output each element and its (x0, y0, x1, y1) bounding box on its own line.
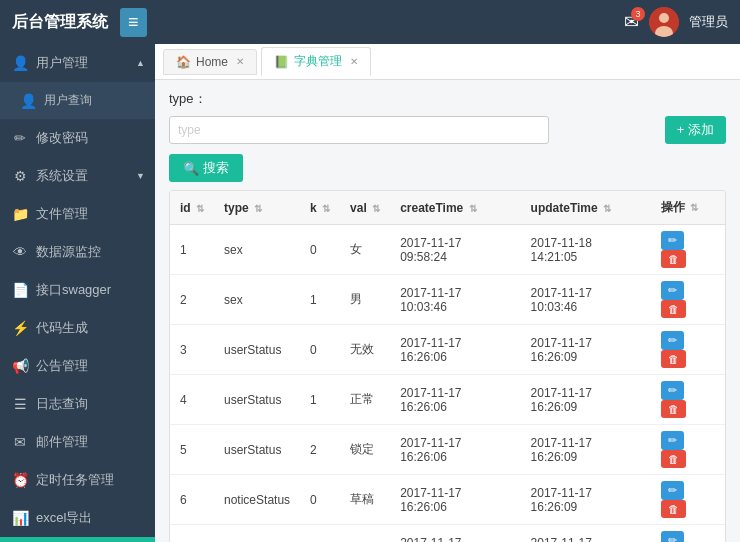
cell-val: 无效 (340, 325, 390, 375)
sidebar-label-user-mgmt: 用户管理 (36, 54, 88, 72)
edit-button[interactable]: ✏ (661, 481, 684, 500)
cell-val: 锁定 (340, 425, 390, 475)
avatar[interactable] (649, 7, 679, 37)
col-action: 操作 ⇅ (651, 191, 725, 225)
sidebar-item-file-mgmt[interactable]: 📁 文件管理 (0, 195, 155, 233)
delete-button[interactable]: 🗑 (661, 300, 686, 318)
add-button[interactable]: + 添加 (665, 116, 726, 144)
sort-id-icon[interactable]: ⇅ (196, 203, 204, 214)
cell-updatetime: 2017-11-18 14:21:05 (521, 225, 652, 275)
table-row: 1 sex 0 女 2017-11-17 09:58:24 2017-11-18… (170, 225, 725, 275)
app-title: 后台管理系统 (12, 12, 108, 33)
edit-button[interactable]: ✏ (661, 231, 684, 250)
sidebar-label-swagger: 接口swagger (36, 281, 111, 299)
sidebar-item-code-gen[interactable]: ⚡ 代码生成 (0, 309, 155, 347)
col-val: val ⇅ (340, 191, 390, 225)
edit-button[interactable]: ✏ (661, 381, 684, 400)
dict-tab-close[interactable]: ✕ (350, 56, 358, 67)
sidebar-item-data-monitor[interactable]: 👁 数据源监控 (0, 233, 155, 271)
tab-dictionary[interactable]: 📗 字典管理 ✕ (261, 47, 371, 76)
delete-button[interactable]: 🗑 (661, 350, 686, 368)
sidebar-sub-user: 👤 用户查询 (0, 82, 155, 119)
edit-button[interactable]: ✏ (661, 531, 684, 542)
mail-icon-container[interactable]: ✉ 3 (624, 11, 639, 33)
col-createtime: createTime ⇅ (390, 191, 520, 225)
delete-button[interactable]: 🗑 (661, 450, 686, 468)
cell-createtime: 2017-11-17 10:03:46 (390, 275, 520, 325)
search-input[interactable] (169, 116, 549, 144)
cell-val: 正常 (340, 375, 390, 425)
swagger-icon: 📄 (12, 282, 28, 298)
mail-mgmt-icon: ✉ (12, 434, 28, 450)
header-left: 后台管理系统 ≡ (12, 8, 147, 37)
search-button[interactable]: 🔍 搜索 (169, 154, 243, 182)
sidebar-item-user-query[interactable]: 👤 用户查询 (0, 82, 155, 119)
cell-type: userStatus (214, 375, 300, 425)
table-row: 2 sex 1 男 2017-11-17 10:03:46 2017-11-17… (170, 275, 725, 325)
sidebar-item-notice-mgmt[interactable]: 📢 公告管理 (0, 347, 155, 385)
table-row: 5 userStatus 2 锁定 2017-11-17 16:26:06 20… (170, 425, 725, 475)
delete-button[interactable]: 🗑 (661, 400, 686, 418)
edit-button[interactable]: ✏ (661, 431, 684, 450)
cell-updatetime: 2017-11-17 16:26:09 (521, 375, 652, 425)
search-row: 🔍 搜索 (169, 154, 726, 182)
page-content: type： + 添加 🔍 搜索 id ⇅ type ⇅ (155, 80, 740, 542)
cell-createtime: 2017-11-17 09:58:24 (390, 225, 520, 275)
username-label: 管理员 (689, 13, 728, 31)
cell-createtime: 2017-11-17 16:26:06 (390, 475, 520, 525)
sidebar-item-task-mgmt[interactable]: ⏰ 定时任务管理 (0, 461, 155, 499)
cell-action: ✏ 🗑 (651, 525, 725, 543)
home-tab-close[interactable]: ✕ (236, 56, 244, 67)
header: 后台管理系统 ≡ ✉ 3 管理员 (0, 0, 740, 44)
cell-action: ✏ 🗑 (651, 375, 725, 425)
tab-bar: 🏠 Home ✕ 📗 字典管理 ✕ (155, 44, 740, 80)
cell-id: 1 (170, 225, 214, 275)
cell-createtime: 2017-11-17 16:26:06 (390, 525, 520, 543)
sidebar-item-mail-mgmt[interactable]: ✉ 邮件管理 (0, 423, 155, 461)
sidebar-item-log-query[interactable]: ☰ 日志查询 (0, 385, 155, 423)
col-updatetime: updateTime ⇅ (521, 191, 652, 225)
sort-action-icon[interactable]: ⇅ (690, 202, 698, 213)
sidebar-item-user-mgmt[interactable]: 👤 用户管理 (0, 44, 155, 82)
filter-type-label: type： (169, 90, 207, 108)
sort-updatetime-icon[interactable]: ⇅ (603, 203, 611, 214)
sys-settings-icon: ⚙ (12, 168, 28, 184)
cell-createtime: 2017-11-17 16:26:06 (390, 325, 520, 375)
task-mgmt-icon: ⏰ (12, 472, 28, 488)
menu-toggle-icon[interactable]: ≡ (120, 8, 147, 37)
excel-export-icon: 📊 (12, 510, 28, 526)
cell-type: userStatus (214, 425, 300, 475)
main-content: 🏠 Home ✕ 📗 字典管理 ✕ type： + 添加 🔍 (155, 44, 740, 542)
sidebar-label-change-pwd: 修改密码 (36, 129, 88, 147)
sidebar-label-code-gen: 代码生成 (36, 319, 88, 337)
tab-home[interactable]: 🏠 Home ✕ (163, 49, 257, 75)
header-right: ✉ 3 管理员 (624, 7, 728, 37)
cell-val: 男 (340, 275, 390, 325)
cell-updatetime: 2017-11-17 16:26:09 (521, 525, 652, 543)
data-monitor-icon: 👁 (12, 244, 28, 260)
edit-button[interactable]: ✏ (661, 331, 684, 350)
home-tab-label: Home (196, 55, 228, 69)
cell-id: 7 (170, 525, 214, 543)
cell-val: 女 (340, 225, 390, 275)
cell-k: 2 (300, 425, 340, 475)
delete-button[interactable]: 🗑 (661, 500, 686, 518)
sort-k-icon[interactable]: ⇅ (322, 203, 330, 214)
dict-tab-icon: 📗 (274, 55, 289, 69)
cell-action: ✏ 🗑 (651, 225, 725, 275)
sort-val-icon[interactable]: ⇅ (372, 203, 380, 214)
sort-createtime-icon[interactable]: ⇅ (469, 203, 477, 214)
sidebar-item-excel-export[interactable]: 📊 excel导出 (0, 499, 155, 537)
sort-type-icon[interactable]: ⇅ (254, 203, 262, 214)
cell-id: 3 (170, 325, 214, 375)
edit-button[interactable]: ✏ (661, 281, 684, 300)
cell-id: 6 (170, 475, 214, 525)
sidebar-item-sys-settings[interactable]: ⚙ 系统设置 (0, 157, 155, 195)
change-pwd-icon: ✏ (12, 130, 28, 146)
delete-button[interactable]: 🗑 (661, 250, 686, 268)
sidebar-label-notice-mgmt: 公告管理 (36, 357, 88, 375)
sidebar-item-change-pwd[interactable]: ✏ 修改密码 (0, 119, 155, 157)
sidebar-item-dict-mgmt[interactable]: 📗 字典管理 (0, 537, 155, 542)
cell-k: 0 (300, 225, 340, 275)
sidebar-item-swagger[interactable]: 📄 接口swagger (0, 271, 155, 309)
